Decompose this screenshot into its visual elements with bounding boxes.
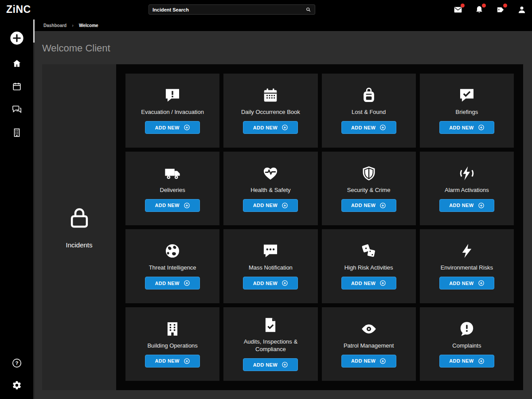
speech-check-icon xyxy=(458,87,475,104)
building-large-icon xyxy=(164,321,181,337)
add-new-button[interactable]: ADD NEW xyxy=(341,277,396,289)
circle-plus-icon xyxy=(184,280,190,286)
notification-badge xyxy=(503,4,507,8)
sidebar-top-items xyxy=(10,31,24,139)
occurrence-calendar-icon xyxy=(262,87,279,104)
heart-pulse-icon xyxy=(262,165,279,182)
circle-plus-icon xyxy=(184,358,190,364)
alarm-bolt-icon xyxy=(458,165,475,182)
incident-cards-grid: Evacuation / Invacuation ADD NEW Daily O… xyxy=(116,64,523,390)
add-new-button[interactable]: ADD NEW xyxy=(145,277,200,289)
dice-icon xyxy=(360,243,377,259)
app-logo: ZiNC xyxy=(6,4,31,16)
add-new-label: ADD NEW xyxy=(253,203,278,208)
circle-plus-icon xyxy=(478,358,485,364)
add-new-label: ADD NEW xyxy=(253,125,278,130)
home-icon xyxy=(12,59,22,70)
circle-plus-icon xyxy=(282,124,288,131)
incident-card: Alarm Activations ADD NEW xyxy=(420,152,514,226)
add-new-button[interactable]: ADD NEW xyxy=(439,277,494,289)
add-new-label: ADD NEW xyxy=(449,358,473,364)
card-label: Evacuation / Invacuation xyxy=(141,109,204,116)
incident-card: Environmental Risks ADD NEW xyxy=(420,229,514,303)
card-label: Patrol Management xyxy=(344,342,394,350)
gear-icon xyxy=(12,380,22,392)
circle-plus-icon xyxy=(379,280,386,286)
eye-icon xyxy=(360,321,377,337)
add-new-label: ADD NEW xyxy=(449,203,473,208)
search-icon[interactable] xyxy=(305,7,311,12)
circle-plus-icon xyxy=(184,124,190,131)
add-new-label: ADD NEW xyxy=(351,125,376,130)
incidents-panel: Incidents Evacuation / Invacuation ADD N… xyxy=(42,64,523,390)
circle-plus-icon xyxy=(379,358,386,364)
card-label: Audits, Inspections & Compliance xyxy=(230,338,311,353)
shield-icon xyxy=(360,165,377,182)
card-label: Environmental Risks xyxy=(441,264,493,272)
add-new-button[interactable]: ADD NEW xyxy=(439,355,494,368)
tickets-button[interactable] xyxy=(496,5,505,15)
add-new-button[interactable]: ADD NEW xyxy=(145,121,200,134)
truck-icon xyxy=(164,165,181,182)
add-new-label: ADD NEW xyxy=(155,281,179,286)
card-label: High Risk Activities xyxy=(344,264,393,272)
circle-plus-icon xyxy=(282,361,288,368)
user-icon xyxy=(517,5,526,14)
incident-card: Evacuation / Invacuation ADD NEW xyxy=(125,74,219,148)
sidebar-item-building[interactable] xyxy=(12,128,22,139)
scrollbar-track[interactable] xyxy=(33,20,35,399)
card-label: Building Operations xyxy=(147,342,197,350)
add-new-label: ADD NEW xyxy=(351,281,376,286)
messages-button[interactable] xyxy=(453,5,463,15)
circle-plus-icon xyxy=(379,202,386,209)
backpack-icon xyxy=(360,87,377,104)
sidebar-item-help[interactable]: ? xyxy=(12,358,22,370)
add-new-button[interactable]: ADD NEW xyxy=(145,355,200,368)
circle-plus-icon xyxy=(282,280,288,286)
card-label: Briefings xyxy=(456,109,478,116)
add-new-button[interactable]: ADD NEW xyxy=(341,199,396,212)
sidebar-item-settings[interactable] xyxy=(12,380,22,392)
incidents-category-column: Incidents xyxy=(42,64,116,390)
speech-exclamation-icon xyxy=(164,87,181,104)
notification-badge xyxy=(482,4,486,8)
profile-button[interactable] xyxy=(517,5,527,15)
breadcrumb: Dashboard › Welcome xyxy=(35,20,532,31)
add-new-label: ADD NEW xyxy=(155,203,179,208)
lock-icon xyxy=(67,206,91,231)
sidebar: ? xyxy=(0,20,33,399)
card-label: Daily Occurrence Book xyxy=(241,109,300,116)
card-label: Threat Intelligence xyxy=(149,264,196,272)
sidebar-item-home[interactable] xyxy=(12,59,22,70)
card-label: Deliveries xyxy=(160,187,185,194)
add-new-button[interactable]: ADD NEW xyxy=(243,199,298,212)
sidebar-item-chat[interactable] xyxy=(12,105,22,116)
notifications-button[interactable] xyxy=(474,5,484,15)
sidebar-item-calendar[interactable] xyxy=(12,82,22,93)
card-label: Complaints xyxy=(452,342,481,350)
scrollbar-thumb[interactable] xyxy=(33,20,35,43)
incident-card: Deliveries ADD NEW xyxy=(125,152,219,226)
add-new-label: ADD NEW xyxy=(449,281,473,286)
sidebar-bottom-items: ? xyxy=(12,358,22,392)
incident-card: High Risk Activities ADD NEW xyxy=(322,229,416,303)
breadcrumb-dashboard[interactable]: Dashboard xyxy=(43,23,66,28)
calendar-icon xyxy=(12,82,22,93)
card-label: Health & Safety xyxy=(250,187,290,194)
add-new-button[interactable]: ADD NEW xyxy=(341,355,396,368)
add-new-label: ADD NEW xyxy=(253,281,278,286)
add-new-button[interactable]: ADD NEW xyxy=(243,121,298,134)
circle-plus-icon xyxy=(282,202,288,209)
add-new-button[interactable]: ADD NEW xyxy=(145,199,200,212)
sidebar-item-add[interactable] xyxy=(10,31,24,47)
add-new-button[interactable]: ADD NEW xyxy=(243,358,298,371)
notification-badge xyxy=(461,4,465,8)
add-new-button[interactable]: ADD NEW xyxy=(439,199,494,212)
add-new-button[interactable]: ADD NEW xyxy=(243,277,298,289)
add-new-button[interactable]: ADD NEW xyxy=(439,121,494,134)
breadcrumb-separator-icon: › xyxy=(72,23,74,28)
breadcrumb-welcome[interactable]: Welcome xyxy=(79,23,98,28)
search-input[interactable] xyxy=(153,7,303,12)
add-new-label: ADD NEW xyxy=(351,358,376,364)
add-new-button[interactable]: ADD NEW xyxy=(341,121,396,134)
